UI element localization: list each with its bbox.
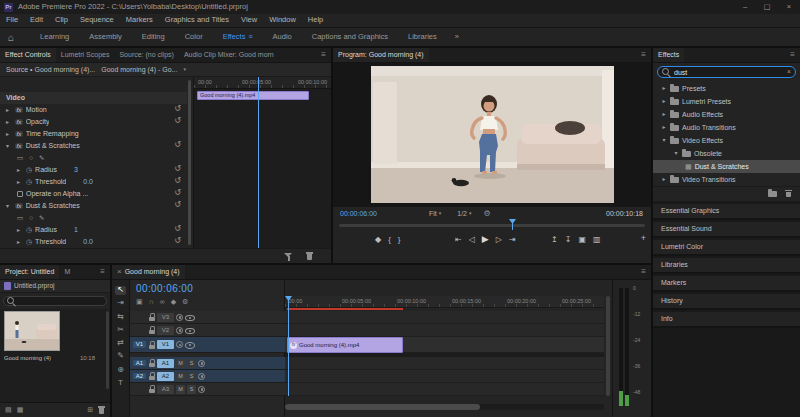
mark-out-button[interactable]: } xyxy=(398,236,401,245)
tree-item-obsolete[interactable]: ▾ Obsolete xyxy=(653,147,800,160)
track-header-v1[interactable]: V1 V1 xyxy=(130,337,285,353)
panel-essential-sound[interactable]: Essential Sound xyxy=(653,222,800,238)
effect-row-time-remapping[interactable]: ▸ fx Time Remapping xyxy=(0,128,187,140)
track-target-button[interactable]: A1 xyxy=(157,359,174,368)
close-button[interactable]: × xyxy=(778,3,800,11)
mini-timeline-playhead[interactable] xyxy=(258,77,259,248)
home-icon[interactable]: ⌂ xyxy=(8,32,14,43)
tab-lumetri-scopes[interactable]: Lumetri Scopes xyxy=(56,48,115,62)
param-value[interactable]: 0.0 xyxy=(83,178,93,186)
source-patch[interactable]: A2 xyxy=(133,373,146,380)
sync-lock-icon[interactable] xyxy=(198,386,205,393)
scrollbar[interactable] xyxy=(188,80,191,245)
tab-effects[interactable]: Effects xyxy=(653,48,684,62)
chevron-right-icon[interactable]: ▸ xyxy=(6,107,12,114)
sync-lock-icon[interactable] xyxy=(198,360,205,367)
new-custom-bin-icon[interactable] xyxy=(768,191,777,197)
play-button[interactable]: ▶ xyxy=(482,235,489,245)
toggle-animation-icon[interactable]: ◷ xyxy=(26,178,32,186)
new-item-icon[interactable]: ⊞ xyxy=(87,406,93,414)
tab-media-browser[interactable]: M xyxy=(59,265,73,279)
step-back-button[interactable]: ◁ xyxy=(469,236,475,245)
panel-menu-icon[interactable]: ≡ xyxy=(316,51,331,60)
toggle-animation-icon[interactable]: ◷ xyxy=(26,238,32,246)
go-to-in-button[interactable]: ⇤ xyxy=(455,236,462,245)
tree-item-presets[interactable]: ▸ Presets xyxy=(653,82,800,95)
chevron-right-icon[interactable]: ▸ xyxy=(17,227,23,234)
track-target-button[interactable]: A3 xyxy=(157,385,174,394)
track-lane-v3[interactable] xyxy=(285,311,604,324)
param-row-radius[interactable]: ▸ ◷ Radius 3 ↺ xyxy=(0,164,187,176)
reset-icon[interactable]: ↺ xyxy=(174,105,181,114)
create-ellipse-mask-icon[interactable]: ○ xyxy=(29,154,33,161)
lock-icon[interactable] xyxy=(148,326,155,334)
panel-essential-graphics[interactable]: Essential Graphics xyxy=(653,204,800,220)
solo-button[interactable]: S xyxy=(187,372,196,381)
panel-libraries[interactable]: Libraries xyxy=(653,258,800,274)
sync-lock-icon[interactable] xyxy=(176,327,183,334)
panel-menu-icon[interactable]: ≡ xyxy=(636,268,651,277)
tab-effect-controls[interactable]: Effect Controls xyxy=(0,48,56,62)
workspace-effects[interactable]: Effects ≡ xyxy=(213,28,263,46)
create-ellipse-mask-icon[interactable]: ○ xyxy=(29,214,33,221)
create-rect-mask-icon[interactable]: ▭ xyxy=(17,154,23,161)
chevron-right-icon[interactable]: ▸ xyxy=(6,119,12,126)
selection-tool[interactable]: ↖ xyxy=(115,286,126,295)
clip-name-label[interactable]: Good morning (4) xyxy=(4,355,51,362)
fx-badge-icon[interactable]: fx xyxy=(15,203,23,210)
button-editor-plus[interactable]: + xyxy=(641,234,646,244)
panel-markers[interactable]: Markers xyxy=(653,276,800,292)
track-visibility-eye-icon[interactable] xyxy=(185,314,194,321)
chevron-right-icon[interactable]: ▸ xyxy=(661,124,667,131)
tab-project[interactable]: Project: Untitled xyxy=(0,265,59,279)
delete-effect-icon[interactable] xyxy=(306,252,313,260)
project-file-row[interactable]: Untitled.prproj xyxy=(0,280,110,293)
chevron-down-icon[interactable]: ▾ xyxy=(673,150,679,157)
sync-lock-icon[interactable] xyxy=(198,373,205,380)
menu-graphics-and-titles[interactable]: Graphics and Titles xyxy=(159,16,235,24)
icon-view-icon[interactable]: ▦ xyxy=(17,406,24,414)
clip-thumbnail[interactable] xyxy=(4,311,60,351)
tree-item-audio-effects[interactable]: ▸ Audio Effects xyxy=(653,108,800,121)
type-tool[interactable]: T xyxy=(118,379,123,388)
linked-selection-icon[interactable]: ∞ xyxy=(160,298,165,306)
track-header-v3[interactable]: V3 xyxy=(130,311,285,324)
mute-button[interactable]: M xyxy=(176,372,185,381)
filter-effects-icon[interactable] xyxy=(284,253,293,261)
reset-icon[interactable]: ↺ xyxy=(174,201,181,210)
program-timecode[interactable]: 00:00:06:00 xyxy=(340,210,377,218)
effect-row-dust-scratches-2[interactable]: ▾ fx Dust & Scratches ↺ xyxy=(0,200,187,212)
panel-info[interactable]: Info xyxy=(653,312,800,328)
source-patch[interactable]: A1 xyxy=(133,360,146,367)
menu-window[interactable]: Window xyxy=(263,16,302,24)
track-header-a3[interactable]: A3 M S xyxy=(130,383,285,396)
slip-tool[interactable]: ⇄ xyxy=(117,339,124,348)
track-lane-v2[interactable] xyxy=(285,324,604,337)
tree-item-video-effects[interactable]: ▾ Video Effects xyxy=(653,134,800,147)
delete-custom-item-icon[interactable] xyxy=(785,190,792,198)
tab-sequence[interactable]: × Good morning (4) xyxy=(112,265,185,279)
track-target-button[interactable]: V1 xyxy=(157,340,174,349)
menu-view[interactable]: View xyxy=(235,16,263,24)
panel-menu-icon[interactable]: ≡ xyxy=(95,268,110,277)
clip-menu-label[interactable]: Good morning (4) - Go... xyxy=(101,66,177,74)
menu-file[interactable]: File xyxy=(0,16,24,24)
sync-lock-icon[interactable] xyxy=(176,341,183,348)
add-marker-button[interactable]: ◆ xyxy=(375,236,381,245)
track-lane-a2[interactable] xyxy=(285,370,604,383)
timeline-timecode[interactable]: 00:00:06:00 xyxy=(136,283,193,294)
menu-sequence[interactable]: Sequence xyxy=(74,16,120,24)
workspace-menu-icon[interactable]: ≡ xyxy=(248,33,252,41)
clear-search-icon[interactable]: × xyxy=(787,68,791,76)
panel-menu-icon[interactable]: ≡ xyxy=(785,51,800,60)
effect-row-motion[interactable]: ▸ fx Motion ↺ xyxy=(0,104,187,116)
panel-menu-icon[interactable]: ≡ xyxy=(636,51,651,60)
lock-icon[interactable] xyxy=(148,341,155,349)
effect-row-opacity[interactable]: ▸ fx Opacity ↺ xyxy=(0,116,187,128)
solo-button[interactable]: S xyxy=(187,385,196,394)
tree-item-dust-and-scratches[interactable]: ▦ Dust & Scratches xyxy=(653,160,800,173)
chevron-down-icon[interactable]: ▾ xyxy=(661,137,667,144)
ripple-edit-tool[interactable]: ⇆ xyxy=(117,313,124,322)
settings-wrench-icon[interactable]: ⚙ xyxy=(484,210,491,219)
reset-icon[interactable]: ↺ xyxy=(174,237,181,246)
